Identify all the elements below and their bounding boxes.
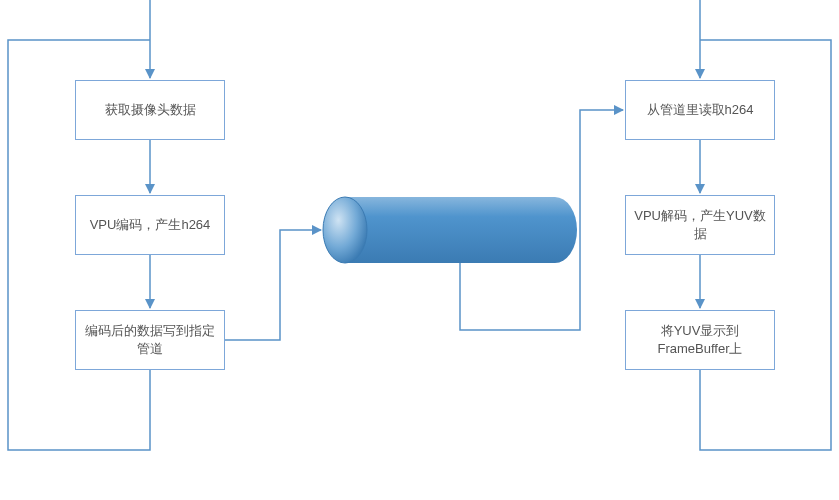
- svg-rect-0: [345, 197, 555, 263]
- svg-point-1: [533, 197, 577, 263]
- pipe-cylinder: [323, 197, 577, 263]
- step-vpu-decode: VPU解码，产生YUV数据: [625, 195, 775, 255]
- step-display-framebuffer: 将YUV显示到FrameBuffer上: [625, 310, 775, 370]
- step-capture-camera: 获取摄像头数据: [75, 80, 225, 140]
- step-write-pipe: 编码后的数据写到指定管道: [75, 310, 225, 370]
- svg-point-2: [323, 197, 367, 263]
- arrow-write-to-pipe: [225, 230, 321, 340]
- arrow-pipe-to-read: [460, 110, 623, 330]
- step-vpu-encode: VPU编码，产生h264: [75, 195, 225, 255]
- step-read-pipe: 从管道里读取h264: [625, 80, 775, 140]
